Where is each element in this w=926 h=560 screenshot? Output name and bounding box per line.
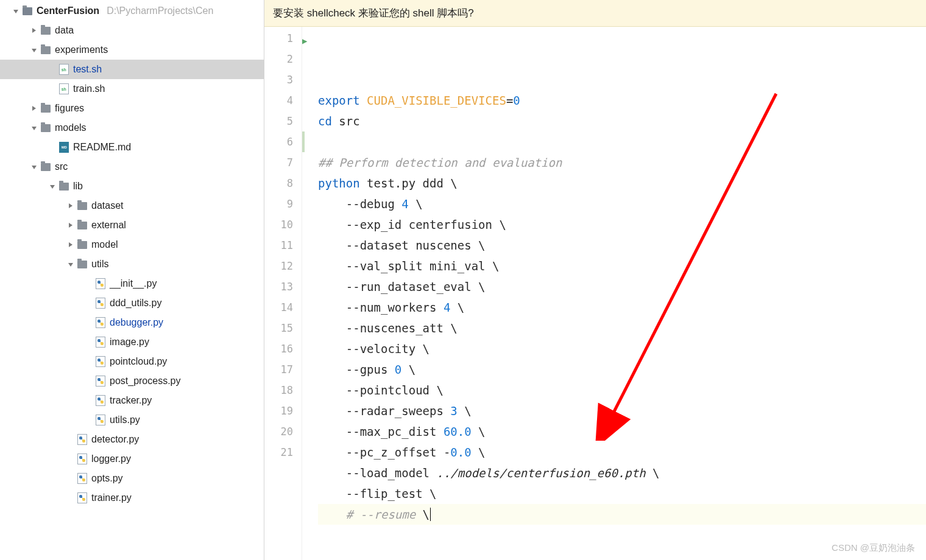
tree-item-models[interactable]: models: [0, 118, 264, 138]
gutter: ▶ 123456789101112131415161718192021: [264, 27, 302, 560]
code-area[interactable]: ▶ 123456789101112131415161718192021 expo…: [264, 27, 926, 560]
code-line-15[interactable]: --pointcloud \: [318, 380, 926, 401]
tree-item-logger-py[interactable]: logger.py: [0, 449, 264, 469]
tree-item-__init__-py[interactable]: __init__.py: [0, 274, 264, 293]
tree-item-opts-py[interactable]: opts.py: [0, 469, 264, 488]
folder-icon: [40, 25, 51, 36]
tree-item-dataset[interactable]: dataset: [0, 196, 264, 215]
tree-item-pointcloud-py[interactable]: pointcloud.py: [0, 352, 264, 371]
tree-item-ddd_utils-py[interactable]: ddd_utils.py: [0, 293, 264, 313]
line-number[interactable]: 5: [264, 111, 293, 131]
tree-item-model[interactable]: model: [0, 235, 264, 254]
tree-item-label: debugger.py: [110, 317, 163, 328]
code-line-1[interactable]: export CUDA_VISIBLE_DEVICES=0: [318, 90, 926, 111]
line-number[interactable]: 13: [264, 276, 293, 297]
line-number[interactable]: 7: [264, 152, 293, 173]
line-number[interactable]: 20: [264, 421, 293, 442]
tree-item-experiments[interactable]: experiments: [0, 40, 264, 60]
line-number[interactable]: 1: [264, 28, 293, 49]
line-number[interactable]: 6: [264, 131, 293, 152]
expand-arrow-icon: [48, 65, 57, 74]
code-line-16[interactable]: --radar_sweeps 3 \: [318, 401, 926, 421]
expand-arrow-icon: [48, 142, 57, 152]
py-icon: [77, 473, 88, 484]
code-line-13[interactable]: --velocity \: [318, 338, 926, 359]
line-number[interactable]: 21: [264, 442, 293, 463]
line-number[interactable]: 8: [264, 173, 293, 194]
tree-item-label: detector.py: [91, 434, 139, 445]
expand-arrow-icon[interactable]: [11, 6, 21, 16]
tree-item-lib[interactable]: lib: [0, 177, 264, 196]
code-line-21[interactable]: # --resume \: [318, 504, 926, 525]
line-number[interactable]: 9: [264, 194, 293, 214]
code-line-4[interactable]: ## Perform detection and evaluation: [318, 152, 926, 173]
code-line-14[interactable]: --gpus 0 \: [318, 359, 926, 380]
line-number[interactable]: 3: [264, 69, 293, 90]
expand-arrow-icon[interactable]: [29, 26, 39, 35]
line-number[interactable]: 12: [264, 256, 293, 276]
tree-item-post_process-py[interactable]: post_process.py: [0, 371, 264, 391]
line-number[interactable]: 16: [264, 338, 293, 359]
tree-item-utils[interactable]: utils: [0, 254, 264, 274]
code-line-19[interactable]: --load_model ../models/centerfusion_e60.…: [318, 463, 926, 483]
code-line-9[interactable]: --val_split mini_val \: [318, 256, 926, 276]
code-line-20[interactable]: --flip_test \: [318, 483, 926, 504]
code-line-7[interactable]: --exp_id centerfusion \: [318, 214, 926, 235]
code-line-2[interactable]: cd src: [318, 111, 926, 131]
py-icon: [95, 356, 106, 367]
project-tree[interactable]: CenterFusionD:\PycharmProjects\Cendataex…: [0, 0, 264, 560]
expand-arrow-icon: [48, 84, 57, 94]
code-line-5[interactable]: python test.py ddd \: [318, 173, 926, 194]
expand-arrow-icon[interactable]: [29, 123, 39, 133]
code-line-17[interactable]: --max_pc_dist 60.0 \: [318, 421, 926, 442]
expand-arrow-icon[interactable]: [29, 103, 39, 113]
folder-icon: [40, 122, 51, 133]
code-line-6[interactable]: --debug 4 \: [318, 194, 926, 214]
tree-item-image-py[interactable]: image.py: [0, 332, 264, 352]
tree-item-data[interactable]: data: [0, 21, 264, 40]
tree-item-path: D:\PycharmProjects\Cen: [107, 5, 213, 16]
line-number[interactable]: 4: [264, 90, 293, 111]
expand-arrow-icon[interactable]: [66, 220, 76, 230]
code-line-10[interactable]: --run_dataset_eval \: [318, 276, 926, 297]
py-icon: [95, 317, 106, 328]
code-line-11[interactable]: --num_workers 4 \: [318, 297, 926, 318]
tree-item-detector-py[interactable]: detector.py: [0, 430, 264, 449]
expand-arrow-icon[interactable]: [66, 259, 76, 269]
expand-arrow-icon: [84, 298, 94, 308]
shellcheck-banner[interactable]: 要安装 shellcheck 来验证您的 shell 脚本吗?: [264, 0, 926, 27]
tree-item-label: model: [91, 239, 118, 250]
vcs-change-marker[interactable]: [302, 131, 305, 152]
line-number[interactable]: 18: [264, 380, 293, 401]
line-number[interactable]: 14: [264, 297, 293, 318]
line-number[interactable]: 10: [264, 214, 293, 235]
tree-item-test-sh[interactable]: test.sh: [0, 60, 264, 79]
tree-item-tracker-py[interactable]: tracker.py: [0, 391, 264, 410]
tree-item-debugger-py[interactable]: debugger.py: [0, 313, 264, 332]
folder-icon: [77, 239, 88, 250]
tree-item-label: tracker.py: [110, 395, 152, 406]
line-number[interactable]: 15: [264, 318, 293, 338]
code-line-8[interactable]: --dataset nuscenes \: [318, 235, 926, 256]
expand-arrow-icon[interactable]: [48, 181, 57, 191]
tree-item-readme-md[interactable]: README.md: [0, 138, 264, 157]
tree-item-external[interactable]: external: [0, 215, 264, 235]
tree-item-figures[interactable]: figures: [0, 99, 264, 118]
expand-arrow-icon[interactable]: [66, 240, 76, 250]
tree-item-trainer-py[interactable]: trainer.py: [0, 488, 264, 508]
tree-item-utils-py[interactable]: utils.py: [0, 410, 264, 430]
expand-arrow-icon[interactable]: [29, 162, 39, 172]
code-line-3[interactable]: [318, 131, 926, 152]
line-number[interactable]: 11: [264, 235, 293, 256]
line-number[interactable]: 2: [264, 49, 293, 69]
code-line-12[interactable]: --nuscenes_att \: [318, 318, 926, 338]
expand-arrow-icon[interactable]: [66, 201, 76, 211]
expand-arrow-icon[interactable]: [29, 45, 39, 55]
tree-item-centerfusion[interactable]: CenterFusionD:\PycharmProjects\Cen: [0, 1, 264, 21]
line-number[interactable]: 19: [264, 401, 293, 421]
code-content[interactable]: export CUDA_VISIBLE_DEVICES=0cd src ## P…: [307, 27, 926, 560]
tree-item-train-sh[interactable]: train.sh: [0, 79, 264, 99]
tree-item-src[interactable]: src: [0, 157, 264, 177]
line-number[interactable]: 17: [264, 359, 293, 380]
code-line-18[interactable]: --pc_z_offset -0.0 \: [318, 442, 926, 463]
